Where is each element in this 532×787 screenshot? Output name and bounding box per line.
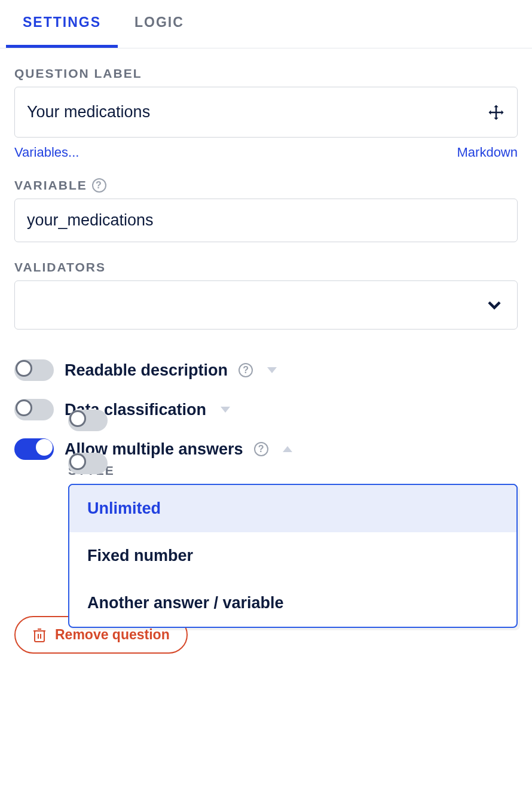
svg-rect-3	[35, 631, 44, 642]
tab-settings[interactable]: SETTINGS	[6, 0, 118, 48]
help-icon[interactable]: ?	[239, 363, 253, 377]
variables-link[interactable]: Variables...	[14, 145, 79, 160]
trash-icon	[32, 627, 47, 643]
remove-question-label: Remove question	[55, 627, 170, 643]
readable-description-label: Readable description	[65, 361, 228, 380]
validators-header: VALIDATORS	[14, 260, 518, 274]
caret-down-icon[interactable]	[267, 367, 277, 373]
variable-header: VARIABLE ?	[14, 178, 518, 193]
style-option-unlimited[interactable]: Unlimited	[69, 485, 516, 532]
chevron-down-icon	[484, 294, 505, 316]
question-label-input[interactable]: Your medications	[14, 87, 518, 138]
tab-logic[interactable]: LOGIC	[118, 0, 201, 48]
hidden-toggle-1[interactable]	[68, 410, 108, 431]
question-label-header: QUESTION LABEL	[14, 66, 518, 81]
move-icon[interactable]	[487, 103, 505, 121]
hidden-toggle-2[interactable]	[68, 453, 108, 474]
validators-select[interactable]	[14, 280, 518, 330]
svg-marker-0	[267, 367, 277, 373]
help-icon[interactable]: ?	[92, 178, 106, 193]
variable-input[interactable]: your_medications	[14, 199, 518, 242]
data-classification-toggle[interactable]	[14, 399, 54, 420]
readable-description-toggle[interactable]	[14, 359, 54, 381]
variable-value: your_medications	[27, 211, 154, 230]
question-label-value: Your medications	[27, 103, 150, 121]
style-option-another[interactable]: Another answer / variable	[69, 579, 516, 627]
markdown-link[interactable]: Markdown	[457, 145, 518, 160]
tabs-bar: SETTINGS LOGIC	[0, 0, 532, 48]
allow-multiple-toggle[interactable]	[14, 438, 54, 460]
style-dropdown: Unlimited Fixed number Another answer / …	[68, 484, 518, 628]
style-option-fixed[interactable]: Fixed number	[69, 532, 516, 579]
